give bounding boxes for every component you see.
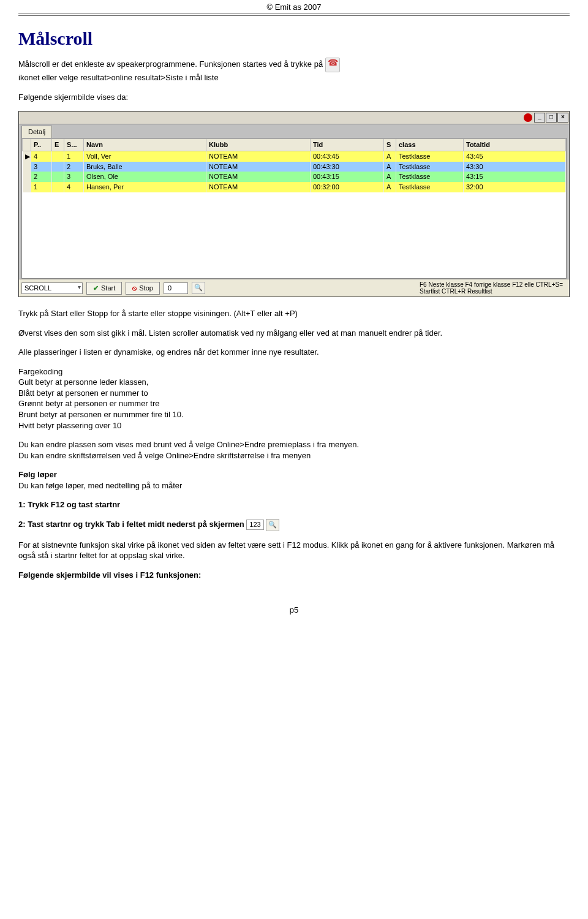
cell-klubb: NOTEAM: [206, 182, 311, 192]
results-grid: P.. E S... Navn Klubb Tid S class Totalt…: [21, 138, 567, 279]
cell-navn: Bruks, Balle: [84, 162, 206, 172]
lookup-icon[interactable]: 🔍: [192, 282, 205, 294]
cell-navn: Olsen, Ole: [84, 172, 206, 182]
cell-klubb: NOTEAM: [206, 162, 311, 172]
inline-startnr-field[interactable]: 123: [246, 520, 263, 530]
cell-s: 4: [64, 182, 84, 192]
cell-totaltid: 32:00: [464, 182, 566, 192]
cell-klubb: NOTEAM: [206, 151, 311, 161]
color-green: Grønnt betyr at personen er nummer tre: [18, 399, 159, 408]
cell-class: Testklasse: [396, 151, 464, 161]
folg-heading: Følg løper: [18, 470, 57, 479]
cell-class: Testklasse: [396, 172, 464, 182]
cell-tid: 00:32:00: [311, 182, 384, 192]
paragraph-alt-t: Trykk på Start eller Stopp for å starte …: [18, 308, 570, 319]
fargekoding-block: Fargekoding Gult betyr at personne leder…: [18, 366, 570, 431]
fargekoding-heading: Fargekoding: [18, 367, 62, 376]
check-icon: ✔: [93, 284, 99, 293]
col-p: P..: [31, 138, 52, 151]
option-1: 1: Trykk F12 og tast startnr: [18, 499, 570, 510]
start-button[interactable]: ✔ Start: [86, 282, 122, 295]
p5b: Online>Endre skriftstørrelse: [166, 451, 265, 460]
cell-st: A: [384, 182, 396, 192]
page-number: p5: [18, 605, 570, 616]
cell-s: 2: [64, 162, 84, 172]
close-button[interactable]: ×: [557, 113, 568, 123]
color-brown: Brunt betyr at personen er nummmer fire …: [18, 410, 184, 419]
inline-lookup-icon[interactable]: 🔍: [266, 519, 279, 531]
cell-p: 2: [31, 172, 52, 182]
col-class: class: [396, 138, 464, 151]
stop-icon: ⦸: [132, 284, 137, 293]
cell-class: Testklasse: [396, 162, 464, 172]
telephone-icon: [325, 58, 340, 72]
maximize-button[interactable]: □: [546, 113, 557, 123]
cell-class: Testklasse: [396, 182, 464, 192]
table-row[interactable]: ▶ 4 1 Voll, Ver NOTEAM 00:43:45 A Testkl…: [23, 151, 566, 161]
cell-e: [52, 182, 64, 192]
tab-detalj[interactable]: Detalj: [21, 126, 52, 138]
cell-totaltid: 43:30: [464, 162, 566, 172]
option-2-line: 2: Tast startnr og trykk Tab i feltet mi…: [18, 519, 570, 531]
col-s: S...: [64, 138, 84, 151]
app-icon: [524, 113, 532, 122]
table-row[interactable]: 2 3 Olsen, Ole NOTEAM 00:43:15 A Testkla…: [23, 172, 566, 182]
cell-totaltid: 43:15: [464, 172, 566, 182]
cell-st: A: [384, 151, 396, 161]
folg-loper-block: Følg løper Du kan følge løper, med nedte…: [18, 469, 570, 491]
page-title: Målscroll: [18, 28, 570, 49]
intro-text-1a: Målscroll er det enkleste av speakerprog…: [18, 59, 325, 69]
cell-s: 3: [64, 172, 84, 182]
mode-combo[interactable]: SCROLL: [21, 282, 83, 294]
cell-e: [52, 172, 64, 182]
startnr-input[interactable]: 0: [164, 282, 188, 294]
cell-e: [52, 151, 64, 161]
p5c: i fra menyen: [265, 451, 311, 460]
screenshot-window: _ □ × Detalj P.. E S...: [18, 111, 570, 297]
minimize-button[interactable]: _: [534, 113, 545, 123]
stop-button[interactable]: ⦸ Stop: [126, 282, 160, 295]
table-row[interactable]: 1 4 Hansen, Per NOTEAM 00:32:00 A Testkl…: [23, 182, 566, 192]
grid-header-row: P.. E S... Navn Klubb Tid S class Totalt…: [23, 138, 566, 151]
intro-paragraph-1: Målscroll er det enkleste av speakerprog…: [18, 58, 570, 83]
row-marker: [23, 172, 31, 182]
cell-tid: 00:43:15: [311, 172, 384, 182]
cell-st: A: [384, 172, 396, 182]
col-st: S: [384, 138, 396, 151]
color-yellow: Gult betyr at personne leder klassen,: [18, 377, 148, 387]
col-totaltid: Totaltid: [464, 138, 566, 151]
cell-tid: 00:43:45: [311, 151, 384, 161]
p4c: i fra menyen.: [311, 440, 359, 449]
p4b: Online>Endre premieplass: [217, 440, 311, 449]
header-divider: [18, 13, 570, 16]
window-titlebar: _ □ ×: [19, 112, 569, 124]
col-tid: Tid: [311, 138, 384, 151]
p4a: Du kan endre plassen som vises med brunt…: [18, 440, 217, 449]
color-blue: Blått betyr at personen er nummer to: [18, 388, 148, 398]
table-row[interactable]: 3 2 Bruks, Balle NOTEAM 00:43:30 A Testk…: [23, 162, 566, 172]
cell-e: [52, 162, 64, 172]
cell-p: 4: [31, 151, 52, 161]
col-e: E: [52, 138, 64, 151]
option-2: 2: Tast startnr og trykk Tab i feltet mi…: [18, 520, 244, 529]
cell-navn: Voll, Ver: [84, 151, 206, 161]
col-marker: [23, 138, 31, 151]
cell-klubb: NOTEAM: [206, 172, 311, 182]
paragraph-premieplass: Du kan endre plassen som vises med brunt…: [18, 439, 570, 461]
cell-p: 3: [31, 162, 52, 172]
paragraph-f12-note: For at sistnevnte funksjon skal virke på…: [18, 540, 570, 561]
header-copyright: © Emit as 2007: [18, 0, 570, 13]
cell-s: 1: [64, 151, 84, 161]
paragraph-dynamic: Alle plasseringer i listen er dynamiske,…: [18, 347, 570, 358]
cell-tid: 00:43:30: [311, 162, 384, 172]
cell-st: A: [384, 162, 396, 172]
row-marker: [23, 182, 31, 192]
col-navn: Navn: [84, 138, 206, 151]
row-marker: [23, 162, 31, 172]
cell-totaltid: 43:45: [464, 151, 566, 161]
row-marker: ▶: [23, 151, 31, 161]
start-label: Start: [101, 284, 115, 293]
final-heading: Følgende skjermbilde vil vises i F12 fun…: [18, 570, 570, 581]
grid-empty-area: [22, 192, 566, 278]
col-klubb: Klubb: [206, 138, 311, 151]
